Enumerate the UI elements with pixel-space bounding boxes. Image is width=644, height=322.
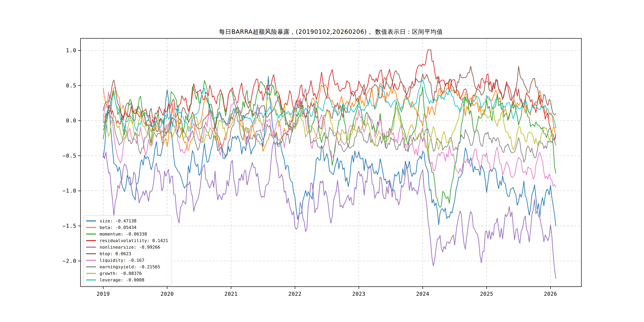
- x-tick-label: 2026: [535, 291, 566, 297]
- legend-swatch-liquidity: [86, 260, 96, 261]
- legend-label-liquidity: liquidity: -0.167: [100, 258, 144, 263]
- legend-label-residualvolatility: residualvolatility: 0.1421: [100, 238, 168, 243]
- legend-swatch-beta: [86, 227, 96, 228]
- legend-swatch-residualvolatility: [86, 240, 96, 241]
- legend-label-btop: btop: 0.0623: [100, 251, 131, 256]
- x-tick-label: 2022: [279, 291, 311, 297]
- x-tick-label: 2023: [343, 291, 375, 297]
- legend-row-momentum: momentum: -0.06338: [86, 231, 168, 237]
- x-tick-label: 2019: [87, 291, 119, 297]
- legend-label-growth: growth: -0.08376: [100, 271, 142, 276]
- y-tick-label: 0.5: [53, 83, 76, 89]
- x-tick-label: 2024: [407, 291, 439, 297]
- legend-swatch-size: [86, 220, 96, 222]
- legend-row-liquidity: liquidity: -0.167: [86, 257, 168, 264]
- series-line-liquidity: [103, 92, 556, 187]
- y-tick-label: −2.0: [53, 258, 76, 264]
- legend-row-earningsyield: earningsyield: -0.21565: [86, 264, 168, 270]
- x-tick-label: 2025: [471, 291, 502, 297]
- legend-swatch-earningsyield: [86, 266, 96, 267]
- legend-row-btop: btop: 0.0623: [86, 250, 168, 257]
- legend-row-leverage: leverage: -0.0008: [86, 277, 168, 283]
- y-tick-label: −0.5: [53, 153, 76, 159]
- legend-label-momentum: momentum: -0.06338: [100, 232, 147, 236]
- legend-label-leverage: leverage: -0.0008: [100, 278, 144, 282]
- x-tick-label: 2021: [215, 291, 247, 297]
- y-tick-label: 0.0: [53, 118, 76, 124]
- series-line-earningsyield: [103, 89, 556, 162]
- legend-row-beta: beta: -0.05434: [86, 224, 168, 231]
- figure: 每日BARRA超额风险暴露，(20190102,20260206)， 数值表示日…: [0, 0, 644, 322]
- legend-label-nonlinearsize: nonlinearsize: -0.99266: [100, 245, 160, 250]
- legend-row-residualvolatility: residualvolatility: 0.1421: [86, 237, 168, 244]
- x-tick-label: 2020: [151, 291, 183, 297]
- legend-swatch-nonlinearsize: [86, 247, 96, 248]
- y-tick-label: −1.0: [53, 188, 76, 194]
- legend-swatch-btop: [86, 253, 96, 254]
- legend-row-nonlinearsize: nonlinearsize: -0.99266: [86, 244, 168, 250]
- legend-swatch-leverage: [86, 280, 96, 280]
- legend-label-beta: beta: -0.05434: [100, 225, 136, 230]
- legend-row-size: size: -0.47138: [86, 218, 168, 224]
- legend-swatch-momentum: [86, 234, 96, 234]
- legend-row-growth: growth: -0.08376: [86, 270, 168, 277]
- y-tick-label: 1.0: [53, 48, 76, 54]
- legend-label-size: size: -0.47138: [100, 218, 136, 224]
- legend: size: -0.47138beta: -0.05434momentum: -0…: [83, 215, 172, 286]
- y-tick-label: −1.5: [53, 223, 76, 229]
- legend-swatch-growth: [86, 273, 96, 274]
- legend-label-earningsyield: earningsyield: -0.21565: [100, 264, 160, 269]
